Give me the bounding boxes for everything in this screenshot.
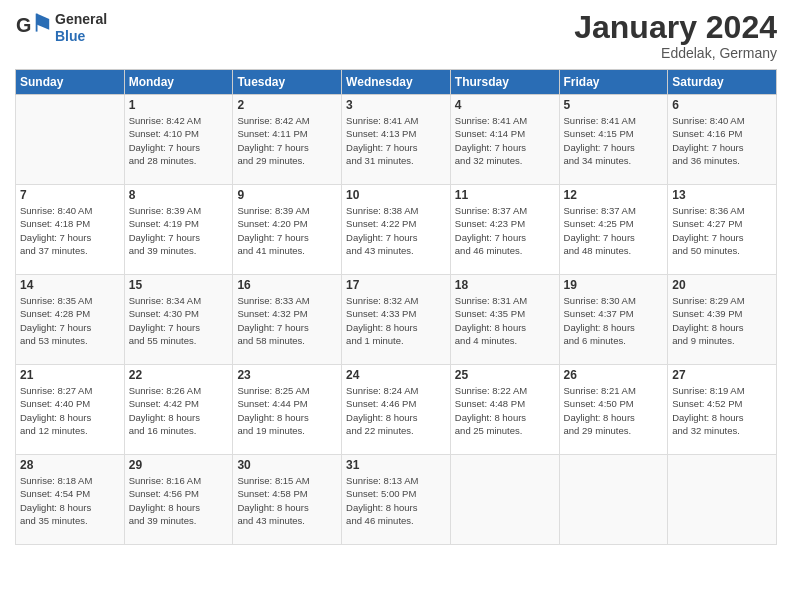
calendar-cell: 7Sunrise: 8:40 AM Sunset: 4:18 PM Daylig…: [16, 185, 125, 275]
calendar-cell: 6Sunrise: 8:40 AM Sunset: 4:16 PM Daylig…: [668, 95, 777, 185]
day-info: Sunrise: 8:19 AM Sunset: 4:52 PM Dayligh…: [672, 384, 772, 437]
calendar-cell: [668, 455, 777, 545]
calendar-cell: 29Sunrise: 8:16 AM Sunset: 4:56 PM Dayli…: [124, 455, 233, 545]
day-info: Sunrise: 8:32 AM Sunset: 4:33 PM Dayligh…: [346, 294, 446, 347]
weekday-header-friday: Friday: [559, 70, 668, 95]
day-number: 31: [346, 458, 446, 472]
calendar-cell: 23Sunrise: 8:25 AM Sunset: 4:44 PM Dayli…: [233, 365, 342, 455]
calendar-table: SundayMondayTuesdayWednesdayThursdayFrid…: [15, 69, 777, 545]
day-info: Sunrise: 8:41 AM Sunset: 4:13 PM Dayligh…: [346, 114, 446, 167]
title-block: January 2024 Eddelak, Germany: [574, 10, 777, 61]
weekday-header-thursday: Thursday: [450, 70, 559, 95]
day-info: Sunrise: 8:15 AM Sunset: 4:58 PM Dayligh…: [237, 474, 337, 527]
day-info: Sunrise: 8:26 AM Sunset: 4:42 PM Dayligh…: [129, 384, 229, 437]
calendar-cell: [450, 455, 559, 545]
calendar-week-5: 28Sunrise: 8:18 AM Sunset: 4:54 PM Dayli…: [16, 455, 777, 545]
day-info: Sunrise: 8:29 AM Sunset: 4:39 PM Dayligh…: [672, 294, 772, 347]
day-number: 21: [20, 368, 120, 382]
day-number: 23: [237, 368, 337, 382]
day-info: Sunrise: 8:35 AM Sunset: 4:28 PM Dayligh…: [20, 294, 120, 347]
calendar-cell: 10Sunrise: 8:38 AM Sunset: 4:22 PM Dayli…: [342, 185, 451, 275]
day-info: Sunrise: 8:37 AM Sunset: 4:23 PM Dayligh…: [455, 204, 555, 257]
calendar-cell: [559, 455, 668, 545]
calendar-cell: 17Sunrise: 8:32 AM Sunset: 4:33 PM Dayli…: [342, 275, 451, 365]
day-info: Sunrise: 8:30 AM Sunset: 4:37 PM Dayligh…: [564, 294, 664, 347]
day-info: Sunrise: 8:34 AM Sunset: 4:30 PM Dayligh…: [129, 294, 229, 347]
weekday-header-saturday: Saturday: [668, 70, 777, 95]
day-number: 7: [20, 188, 120, 202]
day-number: 29: [129, 458, 229, 472]
day-info: Sunrise: 8:16 AM Sunset: 4:56 PM Dayligh…: [129, 474, 229, 527]
calendar-cell: 15Sunrise: 8:34 AM Sunset: 4:30 PM Dayli…: [124, 275, 233, 365]
day-info: Sunrise: 8:40 AM Sunset: 4:18 PM Dayligh…: [20, 204, 120, 257]
day-number: 11: [455, 188, 555, 202]
page-header: G General Blue January 2024 Eddelak, Ger…: [15, 10, 777, 61]
day-number: 8: [129, 188, 229, 202]
weekday-header-tuesday: Tuesday: [233, 70, 342, 95]
day-number: 22: [129, 368, 229, 382]
calendar-cell: 19Sunrise: 8:30 AM Sunset: 4:37 PM Dayli…: [559, 275, 668, 365]
calendar-cell: 30Sunrise: 8:15 AM Sunset: 4:58 PM Dayli…: [233, 455, 342, 545]
day-info: Sunrise: 8:13 AM Sunset: 5:00 PM Dayligh…: [346, 474, 446, 527]
location: Eddelak, Germany: [574, 45, 777, 61]
calendar-cell: 1Sunrise: 8:42 AM Sunset: 4:10 PM Daylig…: [124, 95, 233, 185]
day-info: Sunrise: 8:21 AM Sunset: 4:50 PM Dayligh…: [564, 384, 664, 437]
day-number: 20: [672, 278, 772, 292]
calendar-cell: 4Sunrise: 8:41 AM Sunset: 4:14 PM Daylig…: [450, 95, 559, 185]
day-number: 12: [564, 188, 664, 202]
calendar-cell: 2Sunrise: 8:42 AM Sunset: 4:11 PM Daylig…: [233, 95, 342, 185]
calendar-cell: 28Sunrise: 8:18 AM Sunset: 4:54 PM Dayli…: [16, 455, 125, 545]
weekday-header-wednesday: Wednesday: [342, 70, 451, 95]
logo-text: General Blue: [55, 11, 107, 45]
day-info: Sunrise: 8:37 AM Sunset: 4:25 PM Dayligh…: [564, 204, 664, 257]
svg-marker-2: [37, 14, 50, 30]
day-info: Sunrise: 8:24 AM Sunset: 4:46 PM Dayligh…: [346, 384, 446, 437]
day-info: Sunrise: 8:39 AM Sunset: 4:20 PM Dayligh…: [237, 204, 337, 257]
calendar-cell: 26Sunrise: 8:21 AM Sunset: 4:50 PM Dayli…: [559, 365, 668, 455]
logo: G General Blue: [15, 10, 107, 46]
calendar-cell: 31Sunrise: 8:13 AM Sunset: 5:00 PM Dayli…: [342, 455, 451, 545]
day-number: 5: [564, 98, 664, 112]
day-number: 19: [564, 278, 664, 292]
day-number: 26: [564, 368, 664, 382]
day-number: 25: [455, 368, 555, 382]
calendar-cell: 21Sunrise: 8:27 AM Sunset: 4:40 PM Dayli…: [16, 365, 125, 455]
calendar-week-3: 14Sunrise: 8:35 AM Sunset: 4:28 PM Dayli…: [16, 275, 777, 365]
day-info: Sunrise: 8:39 AM Sunset: 4:19 PM Dayligh…: [129, 204, 229, 257]
calendar-cell: 9Sunrise: 8:39 AM Sunset: 4:20 PM Daylig…: [233, 185, 342, 275]
calendar-week-1: 1Sunrise: 8:42 AM Sunset: 4:10 PM Daylig…: [16, 95, 777, 185]
weekday-header-sunday: Sunday: [16, 70, 125, 95]
calendar-cell: 22Sunrise: 8:26 AM Sunset: 4:42 PM Dayli…: [124, 365, 233, 455]
day-number: 10: [346, 188, 446, 202]
calendar-week-2: 7Sunrise: 8:40 AM Sunset: 4:18 PM Daylig…: [16, 185, 777, 275]
day-number: 16: [237, 278, 337, 292]
weekday-header-row: SundayMondayTuesdayWednesdayThursdayFrid…: [16, 70, 777, 95]
day-info: Sunrise: 8:42 AM Sunset: 4:10 PM Dayligh…: [129, 114, 229, 167]
calendar-cell: 5Sunrise: 8:41 AM Sunset: 4:15 PM Daylig…: [559, 95, 668, 185]
calendar-cell: 27Sunrise: 8:19 AM Sunset: 4:52 PM Dayli…: [668, 365, 777, 455]
logo-blue: Blue: [55, 28, 85, 44]
calendar-cell: 14Sunrise: 8:35 AM Sunset: 4:28 PM Dayli…: [16, 275, 125, 365]
day-number: 2: [237, 98, 337, 112]
day-number: 1: [129, 98, 229, 112]
day-info: Sunrise: 8:41 AM Sunset: 4:14 PM Dayligh…: [455, 114, 555, 167]
day-number: 24: [346, 368, 446, 382]
day-number: 13: [672, 188, 772, 202]
calendar-cell: 16Sunrise: 8:33 AM Sunset: 4:32 PM Dayli…: [233, 275, 342, 365]
day-info: Sunrise: 8:18 AM Sunset: 4:54 PM Dayligh…: [20, 474, 120, 527]
day-number: 3: [346, 98, 446, 112]
svg-rect-3: [36, 14, 38, 32]
day-number: 9: [237, 188, 337, 202]
calendar-cell: 8Sunrise: 8:39 AM Sunset: 4:19 PM Daylig…: [124, 185, 233, 275]
calendar-body: 1Sunrise: 8:42 AM Sunset: 4:10 PM Daylig…: [16, 95, 777, 545]
day-number: 15: [129, 278, 229, 292]
day-info: Sunrise: 8:25 AM Sunset: 4:44 PM Dayligh…: [237, 384, 337, 437]
day-number: 18: [455, 278, 555, 292]
day-info: Sunrise: 8:40 AM Sunset: 4:16 PM Dayligh…: [672, 114, 772, 167]
day-number: 30: [237, 458, 337, 472]
day-info: Sunrise: 8:33 AM Sunset: 4:32 PM Dayligh…: [237, 294, 337, 347]
calendar-cell: 3Sunrise: 8:41 AM Sunset: 4:13 PM Daylig…: [342, 95, 451, 185]
weekday-header-monday: Monday: [124, 70, 233, 95]
calendar-cell: 20Sunrise: 8:29 AM Sunset: 4:39 PM Dayli…: [668, 275, 777, 365]
logo-general: General: [55, 11, 107, 27]
